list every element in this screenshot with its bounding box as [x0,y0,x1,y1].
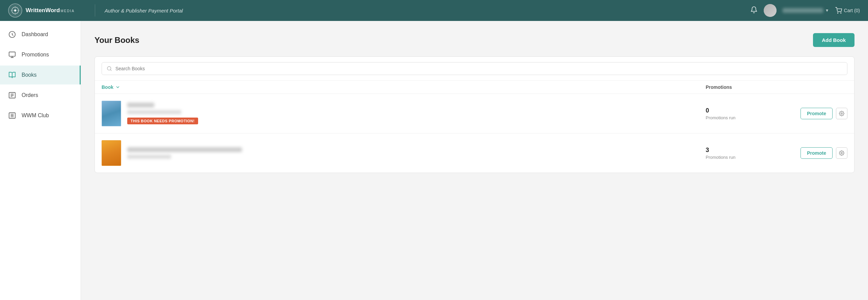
dashboard-icon [8,30,16,39]
sidebar-item-books[interactable]: Books [0,66,81,84]
book-subtitle-1 [127,110,181,114]
book-title-2 [127,147,242,152]
book-col-sort[interactable]: Book [102,84,706,90]
search-area [95,57,854,81]
sidebar-item-dashboard[interactable]: Dashboard [0,25,81,44]
user-menu[interactable]: ▼ [783,8,829,13]
sidebar-item-promotions[interactable]: Promotions [0,45,81,64]
cart-area[interactable]: Cart (0) [835,7,860,14]
col-promotions-header: Promotions [706,84,793,90]
wwm-club-icon [8,111,16,120]
svg-point-2 [14,9,16,11]
book-title-1 [127,103,154,107]
cart-label: Cart (0) [844,8,860,13]
sidebar: Dashboard Promotions Books [0,21,81,300]
nav-divider [95,4,95,17]
logo-written: WrittenWord [26,7,60,14]
main-content: Your Books Add Book Book [81,21,868,300]
logo-media: MEDIA [60,9,75,13]
promote-button-1[interactable]: Promote [801,108,833,119]
gear-icon-2 [839,150,844,156]
col-book-label: Book [102,84,113,90]
table-row: THIS BOOK NEEDS PROMOTION! 0 Promotions … [95,94,854,133]
table-header: Book Promotions [95,81,854,94]
sidebar-item-wwm-club[interactable]: WWM Club [0,106,81,125]
svg-rect-6 [9,52,15,56]
layout: Dashboard Promotions Books [0,21,868,300]
svg-point-20 [841,152,842,154]
books-icon [8,71,16,79]
col-book-header: Book [102,84,706,90]
book-cover-1 [102,101,121,126]
promote-button-2[interactable]: Promote [801,147,833,159]
search-input[interactable] [115,66,842,71]
cart-icon [835,7,842,14]
promo-count-2: 3 Promotions run [706,147,793,160]
promo-number-2: 3 [706,147,793,154]
book-info-2 [127,147,706,159]
sidebar-label-orders: Orders [22,92,38,98]
search-input-wrap [102,62,847,75]
portal-title: Author & Publisher Payment Portal [105,8,183,14]
promo-label-2: Promotions run [706,155,793,160]
sidebar-label-dashboard: Dashboard [22,31,48,38]
sidebar-label-promotions: Promotions [22,52,49,58]
page-header: Your Books Add Book [94,33,855,47]
add-book-button[interactable]: Add Book [813,33,855,47]
col-promotions-label: Promotions [706,84,732,90]
svg-line-18 [110,70,111,71]
logo-icon [8,3,22,18]
table-row: 3 Promotions run Promote [95,133,854,173]
avatar[interactable] [764,4,777,17]
row-actions-2: Promote [793,147,847,159]
book-cover-2 [102,140,121,166]
topnav-right: ▼ Cart (0) [750,4,860,17]
books-card: Book Promotions THIS BOOK NEED [94,56,855,173]
svg-point-3 [837,13,838,14]
promo-label-1: Promotions run [706,115,793,120]
promo-count-1: 0 Promotions run [706,107,793,120]
settings-button-2[interactable] [836,147,847,159]
topnav: WrittenWordMEDIA Author & Publisher Paym… [0,0,868,21]
page-title: Your Books [94,35,139,45]
orders-icon [8,91,16,99]
book-info-1: THIS BOOK NEEDS PROMOTION! [127,103,706,124]
sort-chevron-icon [115,85,120,90]
sidebar-item-orders[interactable]: Orders [0,86,81,105]
svg-point-19 [841,113,842,114]
settings-button-1[interactable] [836,108,847,119]
svg-point-4 [840,13,841,14]
chevron-down-icon: ▼ [825,8,829,13]
search-icon [107,66,112,71]
sidebar-label-books: Books [22,72,36,78]
row-actions-1: Promote [793,108,847,119]
book-publisher-2 [127,155,171,159]
sidebar-label-wwm-club: WWM Club [22,112,49,119]
promotions-icon [8,51,16,59]
user-name-text [783,8,823,13]
needs-promo-badge: THIS BOOK NEEDS PROMOTION! [127,118,198,124]
gear-icon-1 [839,111,844,116]
promo-number-1: 0 [706,107,793,114]
notification-bell-icon[interactable] [750,6,758,15]
logo-area[interactable]: WrittenWordMEDIA [8,3,75,18]
